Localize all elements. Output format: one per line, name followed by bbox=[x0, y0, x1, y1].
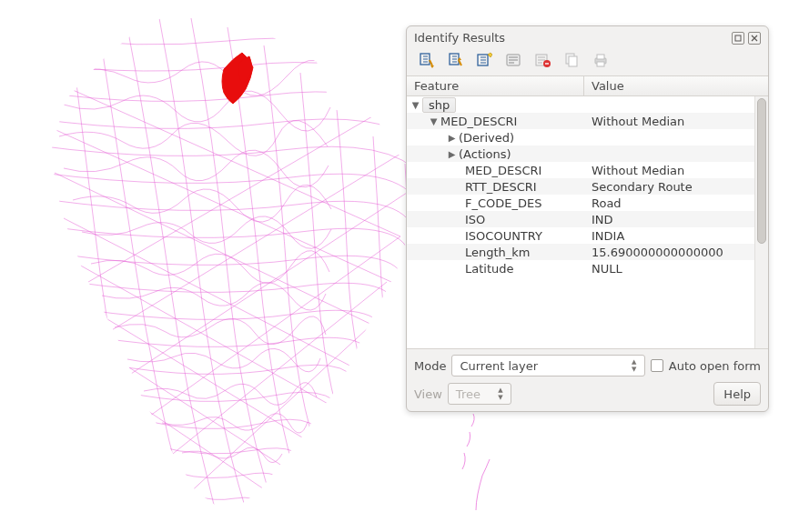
panel-title: Identify Results bbox=[414, 31, 728, 45]
attr-key: MED_DESCRI bbox=[465, 164, 541, 177]
results-scrollbar[interactable] bbox=[754, 96, 768, 348]
attr-value: 15.690000000000000 bbox=[584, 246, 754, 259]
layer-node[interactable]: shp bbox=[422, 97, 456, 113]
chevron-down-icon: ▼ bbox=[632, 366, 636, 373]
results-tree[interactable]: ▼shp ▼MED_DESCRIWithout Median ▶(Derived… bbox=[407, 96, 754, 348]
attr-key: Latitude bbox=[465, 262, 514, 276]
identify-results-panel: Identify Results Feature bbox=[406, 25, 769, 412]
attr-value: IND bbox=[584, 213, 754, 226]
twisty-right-icon[interactable]: ▶ bbox=[447, 133, 457, 143]
attr-value: INDIA bbox=[584, 229, 754, 243]
results-header: Feature Value bbox=[407, 75, 768, 96]
svg-rect-8 bbox=[569, 56, 577, 66]
copy-icon[interactable] bbox=[561, 50, 582, 70]
svg-rect-11 bbox=[597, 62, 604, 66]
mode-combo[interactable]: Current layer ▲▼ bbox=[451, 355, 644, 376]
chevron-down-icon: ▼ bbox=[498, 395, 502, 401]
auto-open-label: Auto open form bbox=[669, 359, 761, 373]
feature-value: Without Median bbox=[584, 115, 754, 128]
mode-value: Current layer bbox=[460, 359, 538, 373]
column-value[interactable]: Value bbox=[584, 76, 768, 95]
chevron-up-icon: ▲ bbox=[632, 359, 636, 366]
attr-key: RTT_DESCRI bbox=[465, 180, 537, 194]
help-button[interactable]: Help bbox=[713, 382, 761, 406]
attr-value: NULL bbox=[584, 262, 754, 276]
mode-label: Mode bbox=[414, 359, 446, 373]
panel-titlebar[interactable]: Identify Results bbox=[407, 26, 768, 46]
identify-toolbar bbox=[407, 46, 768, 75]
collapse-tree-icon[interactable] bbox=[445, 50, 465, 70]
view-value: Tree bbox=[456, 387, 480, 401]
attr-key: ISO bbox=[465, 213, 485, 226]
twisty-right-icon[interactable]: ▶ bbox=[447, 149, 457, 159]
twisty-down-icon[interactable]: ▼ bbox=[410, 100, 420, 110]
attr-key: F_CODE_DES bbox=[465, 196, 542, 210]
dock-icon[interactable] bbox=[732, 32, 744, 45]
close-icon[interactable] bbox=[748, 32, 761, 45]
auto-open-checkbox[interactable] bbox=[651, 359, 663, 372]
attr-key: ISOCOUNTRY bbox=[465, 229, 542, 243]
expand-new-icon[interactable] bbox=[474, 50, 494, 70]
derived-node[interactable]: (Derived) bbox=[459, 131, 514, 145]
column-feature[interactable]: Feature bbox=[407, 76, 584, 95]
print-icon[interactable] bbox=[591, 50, 611, 70]
scrollbar-thumb[interactable] bbox=[757, 98, 766, 244]
actions-node[interactable]: (Actions) bbox=[459, 147, 511, 161]
view-combo: Tree ▲▼ bbox=[448, 383, 511, 405]
view-label: View bbox=[414, 387, 442, 401]
svg-rect-10 bbox=[597, 55, 604, 59]
twisty-down-icon[interactable]: ▼ bbox=[429, 116, 439, 126]
expand-tree-icon[interactable] bbox=[416, 50, 436, 70]
attr-value: Without Median bbox=[584, 164, 754, 177]
attr-value: Road bbox=[584, 196, 754, 210]
svg-rect-0 bbox=[735, 35, 741, 41]
attr-value: Secondary Route bbox=[584, 180, 754, 194]
chevron-up-icon: ▲ bbox=[498, 387, 502, 394]
clear-results-icon[interactable] bbox=[532, 50, 552, 70]
feature-node[interactable]: MED_DESCRI bbox=[440, 115, 517, 128]
attr-key: Length_km bbox=[465, 246, 531, 259]
form-view-icon[interactable] bbox=[503, 50, 523, 70]
